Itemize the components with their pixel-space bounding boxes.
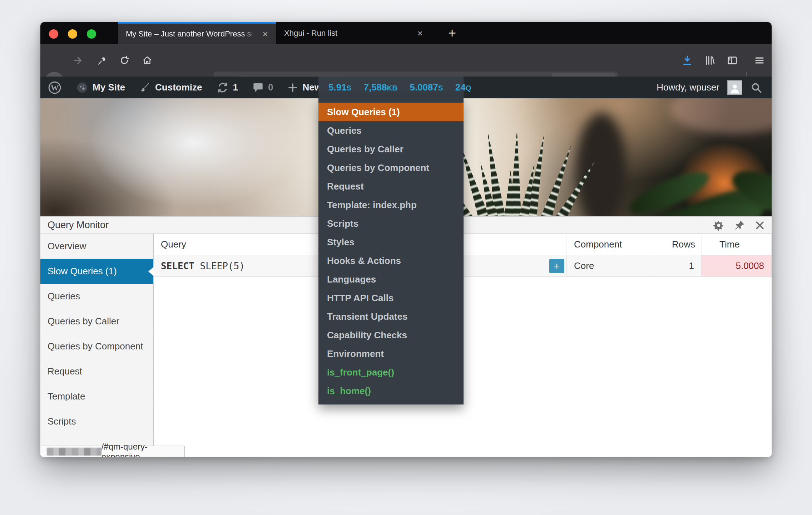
comments-icon [252, 82, 264, 93]
tab-my-site[interactable]: My Site – Just another WordPress si × [118, 22, 276, 44]
settings-gear-icon[interactable] [713, 220, 724, 231]
site-icon [76, 82, 88, 94]
qm-menu-queries-by-component[interactable]: Queries by Component [318, 158, 464, 177]
howdy-account-menu[interactable]: Howdy, wpuser [657, 82, 719, 93]
qm-menu-queries[interactable]: Queries [318, 121, 464, 140]
wordpress-logo-icon: W [48, 80, 62, 95]
qm-panel-title: Query Monitor [48, 220, 109, 231]
reload-button[interactable] [114, 44, 134, 77]
library-button[interactable] [700, 44, 720, 77]
qm-menu-slow-queries[interactable]: Slow Queries (1) [318, 103, 464, 121]
qm-menu-scripts[interactable]: Scripts [318, 214, 464, 233]
tools-button[interactable] [91, 44, 111, 77]
new-tab-button[interactable]: + [441, 22, 463, 44]
wp-logo-menu[interactable]: W [40, 77, 69, 98]
download-icon [682, 55, 693, 66]
tab-title: My Site – Just another WordPress si [126, 29, 258, 39]
sidebars-button[interactable] [722, 44, 742, 77]
qm-menu-environment[interactable]: Environment [318, 344, 464, 363]
expand-row-button[interactable]: + [549, 259, 564, 273]
qm-menu-capability-checks[interactable]: Capability Checks [318, 326, 464, 344]
tab-xhgui[interactable]: Xhgui - Run list × [276, 22, 431, 44]
menu-button[interactable] [749, 44, 769, 77]
navigation-toolbar: … [40, 44, 772, 77]
home-icon [142, 55, 153, 66]
time-cell: 5.0008 [702, 255, 772, 276]
qm-stat-query-count: 24q [455, 82, 471, 93]
qm-sidebar-item-queries[interactable]: Queries [40, 284, 153, 309]
comments-count: 0 [268, 82, 273, 93]
downloads-button[interactable] [677, 44, 697, 77]
pin-icon[interactable] [734, 220, 745, 231]
site-name-label: My Site [93, 82, 125, 93]
qm-menu-http-api-calls[interactable]: HTTP API Calls [318, 289, 464, 307]
qm-menu-is-front-page[interactable]: is_front_page() [318, 363, 464, 382]
status-link-text: /#qm-query-expensive [102, 442, 184, 457]
my-site-menu[interactable]: My Site [69, 77, 132, 98]
query-monitor-stats-menu[interactable]: 5.91s 7,588kb 5.0087s 24q [318, 77, 464, 98]
hamburger-icon [754, 55, 765, 66]
qm-dropdown-menu: Slow Queries (1) Queries Queries by Call… [318, 98, 464, 404]
updates-count: 1 [233, 82, 238, 93]
tab-bar: My Site – Just another WordPress si × Xh… [40, 22, 772, 44]
minimize-window-button[interactable] [68, 29, 77, 39]
plus-icon [287, 82, 298, 93]
link-preview-status-bar: /#qm-query-expensive [40, 446, 185, 457]
qm-menu-is-home[interactable]: is_home() [318, 382, 464, 400]
qm-sidebar-item-queries-by-caller[interactable]: Queries by Caller [40, 309, 153, 334]
comments-menu[interactable]: 0 [245, 77, 280, 98]
qm-stat-memory: 7,588kb [363, 82, 397, 93]
qm-menu-languages[interactable]: Languages [318, 270, 464, 289]
close-window-button[interactable] [49, 29, 58, 39]
column-header-rows: Rows [654, 234, 702, 255]
forward-button[interactable] [68, 44, 88, 77]
qm-menu-styles[interactable]: Styles [318, 233, 464, 251]
library-icon [704, 55, 716, 66]
qm-sidebar: Overview Slow Queries (1) Queries Querie… [40, 234, 154, 457]
qm-sidebar-item-queries-by-component[interactable]: Queries by Component [40, 334, 153, 359]
qm-menu-template[interactable]: Template: index.php [318, 196, 464, 214]
column-header-component: Component [567, 234, 654, 255]
qm-sidebar-item-scripts[interactable]: Scripts [40, 409, 153, 434]
avatar[interactable] [727, 80, 742, 95]
zoom-window-button[interactable] [87, 29, 96, 39]
wrench-icon [96, 55, 106, 65]
qm-menu-queries-by-caller[interactable]: Queries by Caller [318, 140, 464, 158]
qm-menu-hooks-actions[interactable]: Hooks & Actions [318, 251, 464, 270]
qm-sidebar-item-overview[interactable]: Overview [40, 234, 153, 259]
customize-label: Customize [155, 82, 202, 93]
updates-icon [217, 82, 229, 94]
rows-cell: 1 [654, 255, 702, 276]
updates-menu[interactable]: 1 [209, 77, 245, 98]
qm-stat-query-time: 5.0087s [410, 82, 443, 93]
forward-icon [73, 55, 84, 66]
column-header-time: Time [702, 234, 772, 255]
tab-title: Xhgui - Run list [284, 29, 412, 38]
customize-brush-icon [139, 82, 151, 93]
qm-menu-request[interactable]: Request [318, 177, 464, 196]
qm-menu-transient-updates[interactable]: Transient Updates [318, 307, 464, 326]
sidebar-icon [727, 55, 738, 66]
succulent-plant [451, 120, 601, 216]
person-icon [729, 82, 741, 94]
component-cell: Core [567, 255, 654, 276]
qm-sidebar-item-request[interactable]: Request [40, 359, 153, 384]
hero-pink-light [669, 98, 772, 134]
customize-menu[interactable]: Customize [132, 77, 209, 98]
qm-sidebar-item-slow-queries[interactable]: Slow Queries (1) [40, 259, 153, 284]
close-tab-icon[interactable]: × [263, 29, 268, 39]
browser-window: My Site – Just another WordPress si × Xh… [40, 22, 772, 457]
svg-text:W: W [51, 83, 59, 92]
redacted-url-prefix [47, 448, 102, 456]
wp-admin-bar: W My Site Customize 1 0 New [40, 77, 772, 98]
reload-icon [119, 55, 130, 66]
close-icon[interactable] [754, 220, 765, 231]
search-icon[interactable] [750, 82, 762, 94]
close-tab-icon[interactable]: × [417, 29, 423, 38]
qm-stat-page-time: 5.91s [328, 82, 351, 93]
traffic-lights [49, 29, 96, 39]
home-button[interactable] [137, 44, 157, 77]
qm-sidebar-item-template[interactable]: Template [40, 384, 153, 409]
